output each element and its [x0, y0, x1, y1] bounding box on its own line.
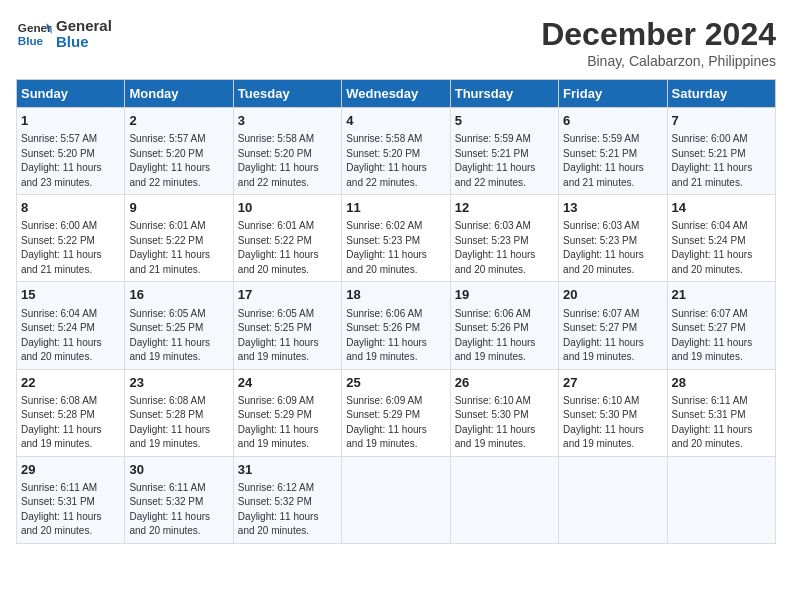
day-details: Sunrise: 6:00 AMSunset: 5:21 PMDaylight:…	[672, 132, 771, 190]
calendar-cell: 19Sunrise: 6:06 AMSunset: 5:26 PMDayligh…	[450, 282, 558, 369]
svg-text:Blue: Blue	[18, 34, 44, 47]
day-details: Sunrise: 5:57 AMSunset: 5:20 PMDaylight:…	[21, 132, 120, 190]
day-number: 26	[455, 374, 554, 392]
day-number: 31	[238, 461, 337, 479]
day-details: Sunrise: 6:05 AMSunset: 5:25 PMDaylight:…	[129, 307, 228, 365]
day-details: Sunrise: 6:11 AMSunset: 5:32 PMDaylight:…	[129, 481, 228, 539]
day-number: 12	[455, 199, 554, 217]
day-number: 11	[346, 199, 445, 217]
calendar-cell: 5Sunrise: 5:59 AMSunset: 5:21 PMDaylight…	[450, 108, 558, 195]
calendar-cell: 25Sunrise: 6:09 AMSunset: 5:29 PMDayligh…	[342, 369, 450, 456]
calendar-cell	[450, 456, 558, 543]
day-number: 19	[455, 286, 554, 304]
calendar-cell: 22Sunrise: 6:08 AMSunset: 5:28 PMDayligh…	[17, 369, 125, 456]
week-row-5: 29Sunrise: 6:11 AMSunset: 5:31 PMDayligh…	[17, 456, 776, 543]
calendar-cell: 21Sunrise: 6:07 AMSunset: 5:27 PMDayligh…	[667, 282, 775, 369]
calendar-cell: 6Sunrise: 5:59 AMSunset: 5:21 PMDaylight…	[559, 108, 667, 195]
day-details: Sunrise: 6:06 AMSunset: 5:26 PMDaylight:…	[455, 307, 554, 365]
calendar-cell: 26Sunrise: 6:10 AMSunset: 5:30 PMDayligh…	[450, 369, 558, 456]
day-details: Sunrise: 6:08 AMSunset: 5:28 PMDaylight:…	[21, 394, 120, 452]
calendar-cell: 20Sunrise: 6:07 AMSunset: 5:27 PMDayligh…	[559, 282, 667, 369]
calendar-cell: 15Sunrise: 6:04 AMSunset: 5:24 PMDayligh…	[17, 282, 125, 369]
day-details: Sunrise: 6:02 AMSunset: 5:23 PMDaylight:…	[346, 219, 445, 277]
calendar-cell: 17Sunrise: 6:05 AMSunset: 5:25 PMDayligh…	[233, 282, 341, 369]
calendar-cell: 14Sunrise: 6:04 AMSunset: 5:24 PMDayligh…	[667, 195, 775, 282]
header-row: SundayMondayTuesdayWednesdayThursdayFrid…	[17, 80, 776, 108]
day-number: 29	[21, 461, 120, 479]
day-details: Sunrise: 5:57 AMSunset: 5:20 PMDaylight:…	[129, 132, 228, 190]
header-cell-monday: Monday	[125, 80, 233, 108]
page-subtitle: Binay, Calabarzon, Philippines	[541, 53, 776, 69]
calendar-cell: 4Sunrise: 5:58 AMSunset: 5:20 PMDaylight…	[342, 108, 450, 195]
day-details: Sunrise: 6:03 AMSunset: 5:23 PMDaylight:…	[563, 219, 662, 277]
day-details: Sunrise: 6:08 AMSunset: 5:28 PMDaylight:…	[129, 394, 228, 452]
day-number: 13	[563, 199, 662, 217]
day-number: 21	[672, 286, 771, 304]
logo: General Blue General Blue General Blue	[16, 16, 112, 52]
calendar-cell	[559, 456, 667, 543]
calendar-body: 1Sunrise: 5:57 AMSunset: 5:20 PMDaylight…	[17, 108, 776, 544]
day-details: Sunrise: 6:11 AMSunset: 5:31 PMDaylight:…	[672, 394, 771, 452]
header: General Blue General Blue General Blue D…	[16, 16, 776, 69]
day-number: 14	[672, 199, 771, 217]
day-number: 10	[238, 199, 337, 217]
calendar-cell: 7Sunrise: 6:00 AMSunset: 5:21 PMDaylight…	[667, 108, 775, 195]
day-details: Sunrise: 5:58 AMSunset: 5:20 PMDaylight:…	[238, 132, 337, 190]
calendar-cell: 16Sunrise: 6:05 AMSunset: 5:25 PMDayligh…	[125, 282, 233, 369]
day-details: Sunrise: 6:07 AMSunset: 5:27 PMDaylight:…	[563, 307, 662, 365]
day-details: Sunrise: 6:06 AMSunset: 5:26 PMDaylight:…	[346, 307, 445, 365]
calendar-cell	[342, 456, 450, 543]
calendar-cell: 23Sunrise: 6:08 AMSunset: 5:28 PMDayligh…	[125, 369, 233, 456]
logo-wordmark: General Blue	[56, 18, 112, 51]
week-row-2: 8Sunrise: 6:00 AMSunset: 5:22 PMDaylight…	[17, 195, 776, 282]
header-cell-sunday: Sunday	[17, 80, 125, 108]
day-details: Sunrise: 5:58 AMSunset: 5:20 PMDaylight:…	[346, 132, 445, 190]
calendar-cell: 27Sunrise: 6:10 AMSunset: 5:30 PMDayligh…	[559, 369, 667, 456]
day-number: 1	[21, 112, 120, 130]
day-number: 25	[346, 374, 445, 392]
day-details: Sunrise: 6:11 AMSunset: 5:31 PMDaylight:…	[21, 481, 120, 539]
day-details: Sunrise: 6:04 AMSunset: 5:24 PMDaylight:…	[672, 219, 771, 277]
day-number: 8	[21, 199, 120, 217]
calendar-cell: 13Sunrise: 6:03 AMSunset: 5:23 PMDayligh…	[559, 195, 667, 282]
day-details: Sunrise: 5:59 AMSunset: 5:21 PMDaylight:…	[563, 132, 662, 190]
calendar-cell: 8Sunrise: 6:00 AMSunset: 5:22 PMDaylight…	[17, 195, 125, 282]
title-area: December 2024 Binay, Calabarzon, Philipp…	[541, 16, 776, 69]
day-details: Sunrise: 6:03 AMSunset: 5:23 PMDaylight:…	[455, 219, 554, 277]
calendar-header: SundayMondayTuesdayWednesdayThursdayFrid…	[17, 80, 776, 108]
day-number: 9	[129, 199, 228, 217]
calendar-cell: 11Sunrise: 6:02 AMSunset: 5:23 PMDayligh…	[342, 195, 450, 282]
day-details: Sunrise: 6:09 AMSunset: 5:29 PMDaylight:…	[238, 394, 337, 452]
calendar-cell: 10Sunrise: 6:01 AMSunset: 5:22 PMDayligh…	[233, 195, 341, 282]
calendar-cell: 24Sunrise: 6:09 AMSunset: 5:29 PMDayligh…	[233, 369, 341, 456]
week-row-4: 22Sunrise: 6:08 AMSunset: 5:28 PMDayligh…	[17, 369, 776, 456]
day-number: 6	[563, 112, 662, 130]
calendar-table: SundayMondayTuesdayWednesdayThursdayFrid…	[16, 79, 776, 544]
header-cell-saturday: Saturday	[667, 80, 775, 108]
day-details: Sunrise: 6:10 AMSunset: 5:30 PMDaylight:…	[455, 394, 554, 452]
day-number: 16	[129, 286, 228, 304]
calendar-cell: 9Sunrise: 6:01 AMSunset: 5:22 PMDaylight…	[125, 195, 233, 282]
day-details: Sunrise: 5:59 AMSunset: 5:21 PMDaylight:…	[455, 132, 554, 190]
calendar-cell: 2Sunrise: 5:57 AMSunset: 5:20 PMDaylight…	[125, 108, 233, 195]
header-cell-tuesday: Tuesday	[233, 80, 341, 108]
page-title: December 2024	[541, 16, 776, 53]
day-number: 24	[238, 374, 337, 392]
day-details: Sunrise: 6:04 AMSunset: 5:24 PMDaylight:…	[21, 307, 120, 365]
day-details: Sunrise: 6:05 AMSunset: 5:25 PMDaylight:…	[238, 307, 337, 365]
calendar-cell: 18Sunrise: 6:06 AMSunset: 5:26 PMDayligh…	[342, 282, 450, 369]
day-details: Sunrise: 6:00 AMSunset: 5:22 PMDaylight:…	[21, 219, 120, 277]
day-number: 3	[238, 112, 337, 130]
day-number: 27	[563, 374, 662, 392]
day-number: 17	[238, 286, 337, 304]
day-number: 15	[21, 286, 120, 304]
week-row-1: 1Sunrise: 5:57 AMSunset: 5:20 PMDaylight…	[17, 108, 776, 195]
header-cell-thursday: Thursday	[450, 80, 558, 108]
day-number: 4	[346, 112, 445, 130]
header-cell-wednesday: Wednesday	[342, 80, 450, 108]
day-number: 18	[346, 286, 445, 304]
day-number: 20	[563, 286, 662, 304]
calendar-cell: 31Sunrise: 6:12 AMSunset: 5:32 PMDayligh…	[233, 456, 341, 543]
day-details: Sunrise: 6:10 AMSunset: 5:30 PMDaylight:…	[563, 394, 662, 452]
calendar-cell: 3Sunrise: 5:58 AMSunset: 5:20 PMDaylight…	[233, 108, 341, 195]
